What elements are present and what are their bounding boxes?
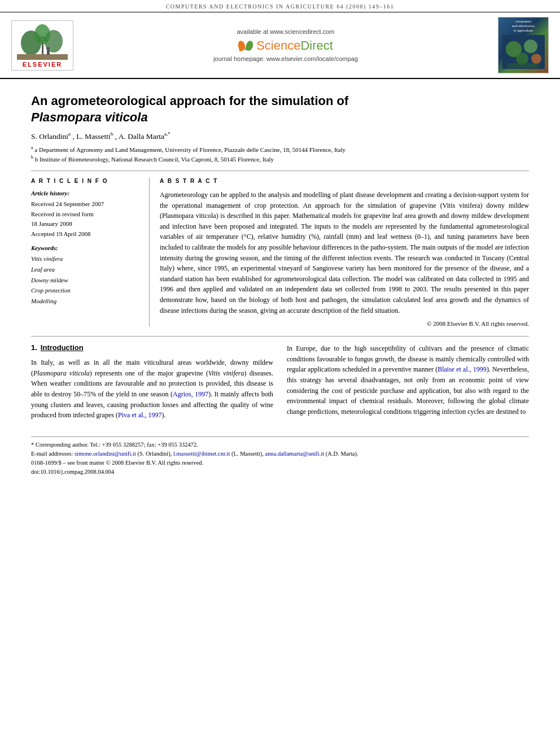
svg-rect-14 [508,63,539,68]
received-date: Received 24 September 2007 [31,199,139,209]
agrios-ref[interactable]: Agrios, 1997 [173,390,208,398]
authors: S. Orlandinia , L. Massettib , A. Dalla … [31,131,529,141]
article-title-part1: An agrometeorological approach for the s… [31,94,348,108]
svg-point-5 [34,24,50,45]
intro-section: 1. Introduction In Italy, as well as in … [31,343,529,425]
doi-footnote: doi:10.1016/j.compag.2008.04.004 [31,468,529,477]
article-title: An agrometeorological approach for the s… [31,93,529,125]
keyword-leaf: Leaf area [31,264,139,275]
email3-author: (A.D. Marta). [326,451,358,457]
email1-author: (S. Orlandini), [137,451,172,457]
main-content: An agrometeorological approach for the s… [0,79,560,483]
sciencedirect-text: ScienceDirect [256,38,333,53]
keyword-vitis: Vitis vinifera [31,254,139,264]
svg-point-11 [524,40,537,53]
author-dallamarta: , A. Dalla Marta [115,132,164,141]
article-title-part2: Plasmopara viticola [31,110,148,124]
piva-ref[interactable]: Piva et al., 1997 [118,411,162,419]
sciencedirect-logo: ScienceDirect [85,38,487,53]
abstract-text: Agrometeorology can be applied to the an… [160,190,529,316]
svg-point-12 [516,53,528,65]
email-label: E-mail addresses: [31,451,73,457]
title-divider [31,171,529,171]
journal-bar-text: COMPUTERS AND ELECTRONICS IN AGRICULTURE… [166,3,395,10]
svg-point-7 [46,47,50,50]
sd-science: Science [256,38,300,53]
header-center: available at www.sciencedirect.com Scien… [73,28,498,62]
copyright-text: © 2008 Elsevier B.V. All rights reserved… [160,320,529,327]
license-footnote: 0168-1699/$ – see front matter © 2008 El… [31,458,529,468]
abstract-label: A B S T R A C T [160,178,529,184]
author-massetti: , L. Massetti [72,132,111,141]
sciencedirect-leaf-icon [238,41,253,51]
elsevier-logo: ELSEVIER [11,20,73,71]
elsevier-tree-icon [17,23,68,60]
author-orlandini: S. Orlandini [31,132,68,141]
intro-section-title: Introduction [41,343,84,352]
article-info-col: A R T I C L E I N F O Article history: R… [31,178,150,327]
journal-thumb-title: computersand electronicsin agriculture [512,20,535,33]
email3-link[interactable]: anna.dallamarta@unifi.it [265,451,325,457]
leaf-green [245,40,254,51]
author-sup-a2: a,* [164,131,170,137]
available-text: available at www.sciencedirect.com [85,28,487,35]
article-info-label: A R T I C L E I N F O [31,178,139,184]
intro-left-col: 1. Introduction In Italy, as well as in … [31,343,273,425]
sd-direct: Direct [300,38,333,53]
keywords-label: Keywords: [31,244,139,251]
affiliations: a a Department of Agronomy and Land Mana… [31,145,529,164]
footnote-area: * Corresponding author. Tel.: +39 055 32… [31,436,529,477]
journal-thumb-image [502,35,545,69]
email2-link[interactable]: l.massetti@ibimet.cnr.it [173,451,230,457]
intro-section-number: 1. [31,343,37,352]
blaise-ref[interactable]: Blaise et al., 1999 [438,365,487,373]
intro-left-text: In Italy, as well as in all the main vit… [31,357,273,421]
email1-link[interactable]: simone.orlandini@unifi.it [75,451,136,457]
author-sup-a: a [68,131,71,137]
homepage-text: journal homepage: www.elsevier.com/locat… [85,55,487,62]
corresponding-author-note: * Corresponding author. Tel.: +39 055 32… [31,442,198,448]
page: COMPUTERS AND ELECTRONICS IN AGRICULTURE… [0,0,560,747]
accepted-date: Accepted 19 April 2008 [31,229,139,239]
email-footnote: E-mail addresses: simone.orlandini@unifi… [31,449,529,458]
journal-bar: COMPUTERS AND ELECTRONICS IN AGRICULTURE… [0,0,560,12]
affiliation-a: a a Department of Agronomy and Land Mana… [31,145,529,154]
journal-thumbnail: computersand electronicsin agriculture [498,17,549,73]
affiliation-b: b b Institute of Biometeorology, Nationa… [31,154,529,164]
intro-right-text: In Europe, due to the high susceptibilit… [287,343,529,417]
revised-date: Received in revised form18 January 2008 [31,209,139,229]
svg-rect-6 [17,54,68,60]
body-divider [31,336,529,337]
intro-right-col: In Europe, due to the high susceptibilit… [287,343,529,425]
keyword-downy: Downy mildew [31,275,139,286]
svg-rect-8 [47,50,50,55]
author-sup-b: b [111,131,113,137]
article-history-label: Article history: [31,190,139,196]
keyword-modelling: Modelling [31,296,139,307]
email2-author: (L. Massetti), [231,451,264,457]
info-abstract-cols: A R T I C L E I N F O Article history: R… [31,178,529,327]
corresponding-footnote: * Corresponding author. Tel.: +39 055 32… [31,440,529,449]
abstract-col: A B S T R A C T Agrometeorology can be a… [150,178,529,327]
keyword-crop: Crop protection [31,285,139,296]
header-area: ELSEVIER available at www.sciencedirect.… [0,12,560,79]
svg-point-13 [531,54,541,64]
elsevier-brand-text: ELSEVIER [23,61,62,68]
